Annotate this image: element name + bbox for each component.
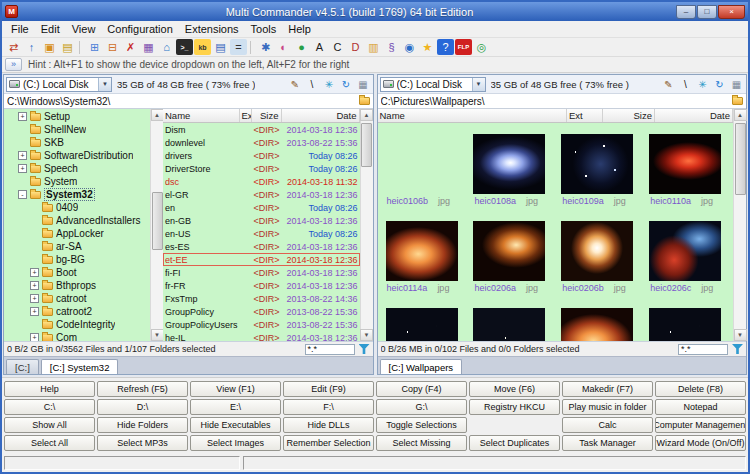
left-list-scroll-thumb[interactable] <box>361 123 372 167</box>
button-c[interactable]: C:\ <box>4 399 95 415</box>
script-icon[interactable]: § <box>383 39 400 55</box>
button-computer-management[interactable]: Computer Management <box>655 417 746 433</box>
left-tab-c[interactable]: [C:] <box>6 359 39 374</box>
view-mode-icon[interactable]: ▦ <box>356 77 371 91</box>
thumbnail-item-heic0108a[interactable]: heic0108ajpg <box>471 134 555 221</box>
button-hide-executables[interactable]: Hide Executables <box>190 417 281 433</box>
tree-item-bthprops[interactable]: +Bthprops <box>4 279 150 292</box>
expand-icon[interactable]: + <box>18 112 27 121</box>
folder-tabs-icon[interactable]: ▤ <box>59 39 76 55</box>
thumbnail-item[interactable] <box>471 308 555 341</box>
button-f[interactable]: F:\ <box>283 399 374 415</box>
kb-icon[interactable]: kb <box>194 39 211 55</box>
tree-item-setup[interactable]: +Setup <box>4 110 150 123</box>
menu-file[interactable]: File <box>5 22 35 36</box>
file-row-en-gb[interactable]: en-GB<DIR>2014-03-18 12:36 <box>163 214 360 227</box>
column-header-date[interactable]: Date <box>655 109 733 122</box>
button-toggle-selections[interactable]: Toggle Selections <box>376 417 467 433</box>
menu-tools[interactable]: Tools <box>245 22 283 36</box>
left-list-scrollbar[interactable]: ▲ ▼ <box>360 109 373 341</box>
titlebar[interactable]: M Multi Commander v4.5.1 (build 1769) 64… <box>2 2 748 21</box>
button-hide-dlls[interactable]: Hide DLLs <box>283 417 374 433</box>
star-icon[interactable]: ★ <box>419 39 436 55</box>
menu-help[interactable]: Help <box>282 22 317 36</box>
scroll-up-icon[interactable]: ▲ <box>151 109 164 121</box>
copy-icon[interactable]: ⊞ <box>86 39 103 55</box>
button-play-music-in-folder[interactable]: Play music in folder <box>562 399 653 415</box>
file-row-et-ee[interactable]: et-EE<DIR>2014-03-18 12:36 <box>163 253 360 266</box>
menu-configuration[interactable]: Configuration <box>101 22 178 36</box>
collapse-icon[interactable]: - <box>18 190 27 199</box>
right-list-scroll-thumb[interactable] <box>735 123 746 195</box>
close-button[interactable]: × <box>718 5 745 19</box>
filter-funnel-icon[interactable] <box>359 344 370 354</box>
file-row-fi-fi[interactable]: fi-FI<DIR>2014-03-18 12:36 <box>163 266 360 279</box>
file-row-downlevel[interactable]: downlevel<DIR>2013-08-22 15:36 <box>163 136 360 149</box>
tree-item-0409[interactable]: +0409 <box>4 201 150 214</box>
button-select-all[interactable]: Select All <box>4 435 95 451</box>
maximize-button[interactable]: □ <box>697 5 717 19</box>
button-delete-f8[interactable]: Delete (F8) <box>655 381 746 397</box>
column-header-size[interactable]: Size <box>252 109 282 122</box>
refresh-icon[interactable]: ↻ <box>712 77 727 91</box>
button-hide-folders[interactable]: Hide Folders <box>97 417 188 433</box>
expand-icon[interactable]: + <box>18 164 27 173</box>
button-view-f1[interactable]: View (F1) <box>190 381 281 397</box>
right-filter-input[interactable]: *.* <box>678 344 728 355</box>
expand-icon[interactable]: + <box>30 307 39 316</box>
button-copy-f4[interactable]: Copy (F4) <box>376 381 467 397</box>
scroll-down-icon[interactable]: ▼ <box>734 329 747 341</box>
menu-view[interactable]: View <box>66 22 102 36</box>
button-remember-selection[interactable]: Remember Selection <box>283 435 374 451</box>
minimize-button[interactable]: – <box>676 5 696 19</box>
scroll-down-icon[interactable]: ▼ <box>151 329 164 341</box>
view-mode-icon[interactable]: ▦ <box>729 77 744 91</box>
folder-icon[interactable] <box>359 97 370 105</box>
thumbnail-item-heic0106b[interactable]: heic0106bjpg <box>384 134 468 221</box>
button-select-images[interactable]: Select Images <box>190 435 281 451</box>
favorites-icon[interactable]: ✳ <box>322 77 337 91</box>
expand-icon[interactable]: + <box>30 294 39 303</box>
button-notepad[interactable]: Notepad <box>655 399 746 415</box>
button-e[interactable]: E:\ <box>190 399 281 415</box>
folder-icon[interactable] <box>732 97 743 105</box>
thumbnail-item[interactable] <box>647 308 731 341</box>
new-folder-icon[interactable]: ▣ <box>41 39 58 55</box>
button-makedir-f7[interactable]: Makedir (F7) <box>562 381 653 397</box>
calc-icon[interactable]: = <box>230 39 247 55</box>
file-row-en-us[interactable]: en-US<DIR>Today 08:26 <box>163 227 360 240</box>
help-icon[interactable]: ? <box>437 39 454 55</box>
file-row-grouppolicyusers[interactable]: GroupPolicyUsers<DIR>2013-08-22 15:36 <box>163 318 360 331</box>
delete-icon[interactable]: ✗ <box>122 39 139 55</box>
button-move-f6[interactable]: Move (F6) <box>469 381 560 397</box>
thumbnail-item-heic0110a[interactable]: heic0110ajpg <box>647 134 731 221</box>
tree-item-speech[interactable]: +Speech <box>4 162 150 175</box>
right-list-scrollbar[interactable]: ▲ ▼ <box>733 109 746 341</box>
left-drive-dropdown[interactable]: (C:) Local Disk ▼ <box>6 77 112 92</box>
tree-item-skb[interactable]: +SKB <box>4 136 150 149</box>
button-show-all[interactable]: Show All <box>4 417 95 433</box>
edit-path-icon[interactable]: ✎ <box>661 77 676 91</box>
file-row-en[interactable]: en<DIR>Today 08:26 <box>163 201 360 214</box>
button-select-mp3s[interactable]: Select MP3s <box>97 435 188 451</box>
thumbnail-item[interactable] <box>559 308 643 341</box>
button-registry-hkcu[interactable]: Registry HKCU <box>469 399 560 415</box>
pack-icon[interactable]: ▦ <box>140 39 157 55</box>
expand-icon[interactable]: + <box>30 333 39 341</box>
font-a-icon[interactable]: A <box>311 39 328 55</box>
button-calc[interactable]: Calc <box>562 417 653 433</box>
scroll-down-icon[interactable]: ▼ <box>360 329 373 341</box>
tree-scroll-thumb[interactable] <box>152 192 163 250</box>
docs-icon[interactable]: ▥ <box>365 39 382 55</box>
expand-icon[interactable]: + <box>30 268 39 277</box>
button-help[interactable]: Help <box>4 381 95 397</box>
right-tab-c-wallpapers[interactable]: [C:] Wallpapers <box>380 359 463 374</box>
letter-d-icon[interactable]: D <box>347 39 364 55</box>
edit-path-icon[interactable]: ✎ <box>288 77 303 91</box>
right-drive-dropdown[interactable]: (C:) Local Disk ▼ <box>380 77 486 92</box>
button-edit-f9[interactable]: Edit (F9) <box>283 381 374 397</box>
power-icon[interactable]: ◎ <box>473 39 490 55</box>
tree-item-bg-bg[interactable]: +bg-BG <box>4 253 150 266</box>
left-filter-input[interactable]: *.* <box>305 344 355 355</box>
tree-item-applocker[interactable]: +AppLocker <box>4 227 150 240</box>
